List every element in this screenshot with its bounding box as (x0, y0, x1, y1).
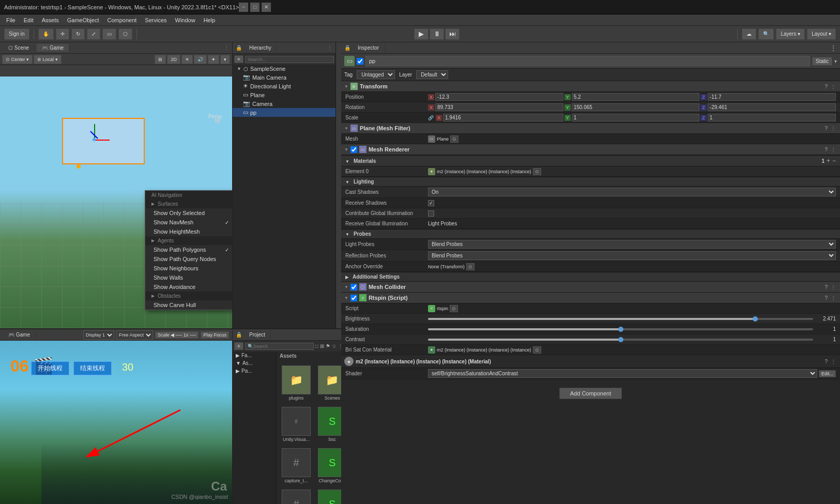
grid-button[interactable]: ⊞ (155, 55, 166, 64)
materials-remove[interactable]: − (832, 157, 836, 164)
panel-options-icon[interactable]: ⋮ (224, 45, 229, 51)
position-x-input[interactable] (435, 93, 563, 101)
menu-assets[interactable]: Assets (38, 16, 63, 24)
position-z-input[interactable] (708, 93, 836, 101)
script-select-btn[interactable]: ⊙ (450, 305, 458, 312)
rect-tool-button[interactable]: ▭ (102, 28, 116, 40)
local-button[interactable]: ⊛ Local ▾ (34, 55, 62, 64)
mesh-filter-help[interactable]: ? (823, 126, 829, 131)
transform-tool-button[interactable]: ⬡ (118, 28, 132, 40)
static-button[interactable]: Static (812, 57, 832, 66)
project-add-button[interactable]: + (234, 342, 243, 350)
anchor-override-select-btn[interactable]: ⊙ (466, 263, 475, 270)
hand-tool-button[interactable]: ✋ (38, 28, 54, 40)
hierarchy-tab[interactable]: Hierarchy (244, 44, 277, 52)
material-section-menu[interactable]: ⋮ (830, 359, 837, 364)
hierarchy-options[interactable]: ⋮ (327, 45, 332, 51)
mesh-collider-header[interactable]: ▼ ⬡ Mesh Collider ? ⋮ (341, 282, 840, 293)
materials-add[interactable]: + (827, 157, 830, 164)
rtspin-help[interactable]: ? (823, 295, 829, 301)
reflection-probes-select[interactable]: Blend Probes Off Simple (428, 251, 836, 260)
project-tab[interactable]: Project (244, 331, 271, 339)
asset-capture[interactable]: # capture_t... (280, 446, 313, 485)
add-component-button[interactable]: Add Component (559, 388, 622, 399)
game-tab-header[interactable]: 🎮 Game (37, 44, 69, 52)
transform-menu[interactable]: ⋮ (830, 84, 837, 89)
additional-settings-section[interactable]: Additional Settings (341, 272, 840, 282)
light-probes-select[interactable]: Blend Probes Off Use Proxy Volume Custom… (428, 240, 836, 249)
ctx-show-neighbours[interactable]: Show Neighbours (145, 264, 233, 273)
pause-button[interactable]: ⏸ (430, 28, 444, 40)
obj-active-toggle[interactable] (357, 58, 363, 65)
ctx-show-navmesh[interactable]: Show NavMesh ✓ (145, 218, 233, 227)
end-thread-button[interactable]: 结束线程 (73, 361, 112, 375)
material-section-help[interactable]: ? (823, 359, 829, 364)
menu-help[interactable]: Help (200, 16, 220, 24)
ctx-show-carve-hull[interactable]: Show Carve Hull (145, 300, 233, 310)
scene-options[interactable]: ▾ (220, 55, 230, 64)
start-thread-button[interactable]: 开始线程 (31, 361, 69, 375)
aspect-select[interactable]: Free Aspect (116, 330, 153, 340)
ctx-show-only-selected[interactable]: Show Only Selected (145, 208, 233, 218)
ctx-show-path-query[interactable]: Show Path Query Nodes (145, 254, 233, 264)
mesh-renderer-toggle[interactable] (350, 146, 357, 153)
rotation-y-input[interactable] (572, 103, 700, 111)
scale-tool-button[interactable]: ⤢ (87, 28, 100, 40)
probes-section[interactable]: Probes (341, 229, 840, 239)
ctx-show-heightmesh[interactable]: Show HeightMesh (145, 227, 233, 236)
transform-header[interactable]: ▼ ⊕ Transform ? ⋮ (341, 81, 840, 92)
hierarchy-add-button[interactable]: + (234, 55, 243, 63)
center-button[interactable]: ⊙ Center ▾ (2, 55, 33, 64)
mesh-collider-help[interactable]: ? (823, 284, 829, 290)
maximize-button[interactable]: □ (250, 3, 259, 12)
asset-unity-visual[interactable]: # Unity.Visua... (280, 405, 313, 444)
project-icon1[interactable]: □ (315, 343, 318, 349)
mesh-renderer-menu[interactable]: ⋮ (830, 147, 837, 152)
scale-x-input[interactable] (443, 114, 563, 121)
menu-window[interactable]: Window (171, 16, 200, 24)
tag-select[interactable]: Untagged (357, 70, 395, 79)
mesh-filter-menu[interactable]: ⋮ (830, 126, 837, 131)
scale-button[interactable]: Scale ◀ ── 1x ── (155, 331, 199, 339)
mesh-renderer-help[interactable]: ? (823, 147, 829, 152)
hierarchy-pp[interactable]: ▭ pp (233, 108, 335, 117)
menu-services[interactable]: Services (141, 16, 171, 24)
play-button[interactable]: ▶ (414, 28, 429, 40)
scale-z-input[interactable] (708, 114, 836, 121)
rtspin-menu[interactable]: ⋮ (830, 295, 837, 301)
asset-plugins[interactable]: 📁 plugins (280, 363, 313, 403)
brightness-track[interactable] (428, 318, 813, 320)
material-select-btn[interactable]: ⊙ (533, 168, 541, 175)
inspector-tab[interactable]: Inspector (353, 44, 385, 52)
project-folder-packages[interactable]: ▶ Pa... (233, 367, 276, 375)
menu-component[interactable]: Component (103, 16, 141, 24)
audio-button[interactable]: 🔊 (194, 55, 207, 64)
static-arrow[interactable]: ▾ (834, 58, 837, 64)
receive-shadows-checkbox[interactable] (428, 200, 434, 206)
asset-contrast[interactable]: # contrast (280, 487, 313, 504)
lighting-section[interactable]: Lighting (341, 177, 840, 187)
project-folder-assets[interactable]: ▼ As... (233, 359, 276, 367)
ctx-show-avoidance[interactable]: Show Avoidance (145, 282, 233, 292)
rtspin-toggle[interactable] (350, 295, 357, 301)
menu-gameobject[interactable]: GameObject (63, 16, 103, 24)
2d-button[interactable]: 2D (167, 55, 180, 64)
close-button[interactable]: ✕ (262, 3, 271, 12)
saturation-track[interactable] (428, 328, 813, 330)
brightness-thumb[interactable] (753, 316, 758, 322)
layers-button[interactable]: Layers ▾ (776, 28, 805, 40)
shader-select[interactable]: self/BrightnessSaturationAndContrast (428, 369, 817, 378)
scene-tab[interactable]: ⬡ Scene (3, 44, 35, 52)
display-select[interactable]: Display 1 (83, 330, 114, 340)
hierarchy-dir-light[interactable]: ☀ Directional Light (233, 82, 335, 90)
mesh-filter-header[interactable]: ▼ ▭ Plane (Mesh Filter) ? ⋮ (341, 123, 840, 134)
ctx-show-walls[interactable]: Show Walls (145, 273, 233, 282)
rotate-tool-button[interactable]: ↻ (71, 28, 85, 40)
light-button[interactable]: ☀ (181, 55, 193, 64)
project-search-input[interactable] (253, 344, 311, 349)
hierarchy-camera[interactable]: 📷 Camera (233, 99, 335, 108)
fx-button[interactable]: ✦ (208, 55, 219, 64)
project-icon3[interactable]: ⚑ (326, 343, 330, 349)
signin-button[interactable]: Sign in (4, 28, 29, 40)
object-name-field[interactable] (365, 56, 810, 66)
